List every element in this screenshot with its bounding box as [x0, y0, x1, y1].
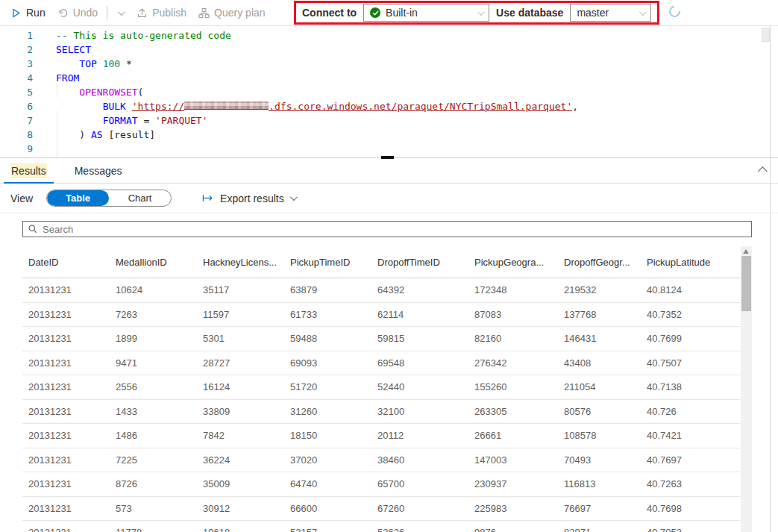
code-text: BULK 'https://.dfs.core.windows.net/para… — [33, 99, 578, 113]
results-search-box[interactable] — [22, 221, 752, 237]
table-row[interactable]: 201312311486784218150201122666110857840.… — [22, 424, 741, 448]
publish-label: Publish — [152, 7, 186, 19]
panel-right-border — [770, 26, 771, 532]
table-cell: 573 — [110, 497, 197, 521]
code-line[interactable]: 7 FORMAT = 'PARQUET' — [0, 113, 770, 128]
column-header[interactable]: PickupGeogra... — [468, 246, 558, 278]
table-cell: 20131231 — [22, 278, 110, 302]
table-row[interactable]: 201312311177819618531575362698768297140.… — [22, 521, 741, 532]
column-header[interactable]: PickupTimeID — [284, 246, 371, 278]
column-header[interactable]: HackneyLicens... — [197, 246, 284, 278]
table-cell: 7225 — [110, 448, 197, 472]
publish-icon — [137, 7, 148, 19]
table-cell: 20131231 — [22, 375, 110, 399]
table-cell: 20131231 — [22, 448, 110, 472]
table-cell: 80576 — [558, 400, 641, 424]
column-header[interactable]: DropoffTimeID — [371, 246, 468, 278]
table-cell: 40.7698 — [641, 497, 741, 521]
table-cell: 116813 — [558, 472, 641, 496]
table-cell: 38460 — [371, 448, 468, 472]
table-row[interactable]: 2013123110624351176387964392172348219532… — [22, 278, 741, 303]
publish-button[interactable]: Publish — [131, 0, 192, 25]
grid-scrollbar[interactable] — [741, 246, 752, 532]
table-row[interactable]: 2013123114333380931260321002633058057640… — [22, 400, 741, 425]
tab-messages[interactable]: Messages — [67, 159, 130, 184]
sql-code-editor[interactable]: 1-- This is auto-generated code2SELECT3 … — [0, 26, 770, 157]
collapse-panel-icon[interactable] — [758, 166, 768, 176]
connected-check-icon — [370, 7, 380, 18]
code-lines: 1-- This is auto-generated code2SELECT3 … — [0, 28, 770, 156]
code-text: SELECT — [33, 43, 91, 57]
table-cell: 26661 — [468, 424, 558, 448]
results-grid: DateIDMedallionIDHackneyLicens...PickupT… — [22, 246, 741, 532]
view-toggle-table[interactable]: Table — [47, 190, 109, 206]
table-cell: 20131231 — [22, 472, 110, 496]
chevron-down-icon — [639, 8, 647, 16]
messages-tab-label: Messages — [74, 163, 123, 178]
table-row[interactable]: 2013123172631159761733621148708313776840… — [22, 303, 741, 328]
view-toggle-chart[interactable]: Chart — [109, 190, 171, 206]
table-cell: 20131231 — [22, 497, 110, 521]
table-cell: 1486 — [110, 424, 197, 448]
undo-redo-dropdown-button[interactable] — [110, 0, 131, 25]
table-cell: 172348 — [468, 278, 558, 302]
connect-to-dropdown[interactable]: Built-in — [363, 4, 489, 22]
table-cell: 53157 — [284, 521, 371, 532]
table-cell: 82160 — [468, 327, 558, 351]
table-cell: 51720 — [284, 375, 371, 399]
table-row[interactable]: 2013123194712872769093695482763424340840… — [22, 351, 741, 376]
run-label: Run — [26, 7, 46, 19]
results-view-row: View Table Chart Export results — [0, 184, 778, 213]
table-row[interactable]: 2013123187263500964740657002309371168134… — [22, 472, 741, 497]
editor-scrollbar[interactable] — [762, 28, 770, 42]
scrollbar-up-arrow-icon[interactable] — [743, 249, 749, 254]
use-database-dropdown[interactable]: master — [570, 4, 651, 22]
query-plan-button[interactable]: Query plan — [192, 0, 271, 25]
table-row[interactable]: 201312315733091266600672602259837669740.… — [22, 497, 741, 522]
redacted-storage-account — [184, 101, 269, 110]
view-label: View — [10, 193, 33, 204]
code-line[interactable]: 9 — [0, 142, 770, 156]
code-line[interactable]: 2SELECT — [0, 43, 770, 57]
table-cell: 40.7699 — [641, 327, 741, 351]
search-input[interactable] — [43, 224, 747, 235]
table-row[interactable]: 201312311899530159488598158216014643140.… — [22, 327, 741, 351]
scrollbar-thumb[interactable] — [741, 256, 751, 311]
table-cell: 67260 — [371, 497, 468, 521]
table-cell: 59815 — [371, 327, 468, 351]
table-cell: 20131231 — [22, 327, 110, 351]
code-line[interactable]: 1-- This is auto-generated code — [0, 28, 770, 43]
table-cell: 62114 — [371, 303, 468, 327]
run-button[interactable]: Run — [4, 0, 51, 25]
table-cell: 20131231 — [22, 351, 110, 375]
code-line[interactable]: 3 TOP 100 * — [0, 57, 770, 71]
column-header[interactable]: DateID — [22, 246, 110, 278]
use-database-value: master — [577, 7, 609, 19]
code-line[interactable]: 8 ) AS [result] — [0, 128, 770, 142]
table-cell: 1899 — [110, 327, 197, 351]
table-option-label: Table — [66, 193, 90, 204]
indent-guide — [57, 83, 57, 97]
results-tab-label: Results — [10, 163, 47, 178]
line-number: 3 — [0, 57, 33, 71]
table-row[interactable]: 2013123125561612451720524401552602110544… — [22, 375, 741, 400]
view-toggle[interactable]: Table Chart — [46, 190, 172, 207]
tab-results[interactable]: Results — [4, 159, 54, 184]
code-line[interactable]: 5 OPENROWSET( — [0, 85, 770, 99]
query-toolbar: Run Undo Publish Query plan Connect to B… — [0, 0, 778, 26]
table-row[interactable]: 2013123172253622437020384601470037049340… — [22, 448, 741, 473]
column-header[interactable]: MedallionID — [110, 246, 197, 278]
line-number: 2 — [0, 43, 33, 57]
undo-label: Undo — [73, 7, 98, 19]
undo-button[interactable]: Undo — [51, 0, 104, 25]
code-line[interactable]: 6 BULK 'https://.dfs.core.windows.net/pa… — [0, 99, 770, 113]
table-cell: 40.726 — [641, 400, 741, 424]
column-header[interactable]: PickupLatitude — [641, 246, 741, 278]
table-cell: 40.7138 — [641, 375, 741, 399]
code-line[interactable]: 4FROM — [0, 71, 770, 85]
export-results-button[interactable]: Export results — [201, 193, 295, 204]
column-header[interactable]: DropoffGeogr... — [558, 246, 641, 278]
table-cell: 59488 — [284, 327, 371, 351]
synapse-sql-script-window: Run Undo Publish Query plan Connect to B… — [0, 0, 778, 532]
table-cell: 108578 — [558, 424, 641, 448]
